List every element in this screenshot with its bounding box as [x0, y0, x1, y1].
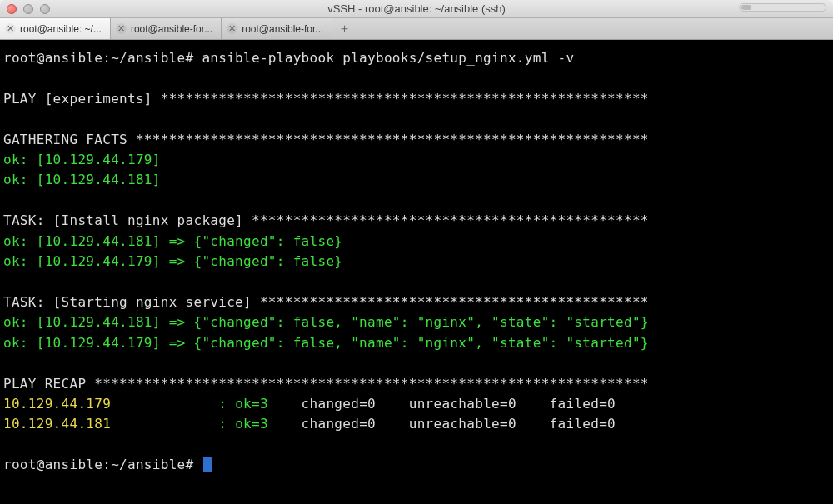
window-title: vSSH - root@ansible: ~/ansible (ssh) [327, 2, 506, 15]
app-window: vSSH - root@ansible: ~/ansible (ssh) ✕ r… [0, 0, 833, 504]
close-icon[interactable] [7, 4, 17, 14]
tab-label: root@ansible-for... [242, 23, 323, 35]
recap-rest: changed=0 unreachable=0 failed=0 [293, 416, 616, 432]
blank-line [3, 109, 830, 129]
terminal-pane[interactable]: root@ansible:~/ansible# ansible-playbook… [0, 40, 833, 504]
maximize-icon[interactable] [40, 4, 50, 14]
task2-result: ok: [10.129.44.179] => {"changed": false… [3, 333, 830, 353]
task2-result: ok: [10.129.44.181] => {"changed": false… [3, 312, 830, 332]
blank-line [3, 191, 830, 211]
task1-header: TASK: [Install nginx package] **********… [3, 211, 830, 231]
facts-header: GATHERING FACTS ************************… [3, 130, 830, 150]
task1-result: ok: [10.129.44.179] => {"changed": false… [3, 252, 830, 272]
prompt-line: root@ansible:~/ansible# ansible-playbook… [3, 48, 830, 68]
titlebar: vSSH - root@ansible: ~/ansible (ssh) [0, 0, 833, 18]
recap-host: 10.129.44.179 [3, 396, 218, 412]
add-tab-button[interactable]: ＋ [332, 18, 356, 39]
recap-host: 10.129.44.181 [3, 416, 218, 432]
traffic-lights [7, 4, 50, 14]
recap-row: 10.129.44.181 : ok=3 changed=0 unreachab… [3, 414, 830, 434]
recap-ok: : ok=3 [218, 396, 292, 412]
minimize-icon[interactable] [23, 4, 33, 14]
prompt-text: root@ansible:~/ansible# [3, 457, 202, 472]
task1-result: ok: [10.129.44.181] => {"changed": false… [3, 232, 830, 252]
facts-host-line: ok: [10.129.44.181] [3, 170, 830, 190]
recap-rest: changed=0 unreachable=0 failed=0 [293, 396, 616, 412]
tab-3[interactable]: ✕ root@ansible-for... [222, 18, 332, 39]
blank-line [3, 435, 830, 455]
tab-label: root@ansible-for... [131, 23, 212, 35]
cursor-icon [203, 457, 212, 472]
blank-line [3, 353, 830, 373]
close-icon[interactable]: ✕ [5, 23, 16, 34]
recap-row: 10.129.44.179 : ok=3 changed=0 unreachab… [3, 394, 830, 414]
task2-header: TASK: [Starting nginx service] *********… [3, 292, 830, 312]
play-header: PLAY [experiments] *********************… [3, 89, 830, 109]
scrollbar-horizontal[interactable] [739, 3, 826, 12]
close-icon[interactable]: ✕ [116, 23, 127, 34]
blank-line [3, 68, 830, 88]
close-icon[interactable]: ✕ [227, 23, 237, 34]
blank-line [3, 272, 830, 292]
facts-host-line: ok: [10.129.44.179] [3, 150, 830, 170]
tab-1[interactable]: ✕ root@ansible: ~/... [0, 18, 111, 39]
tab-bar: ✕ root@ansible: ~/... ✕ root@ansible-for… [0, 18, 833, 40]
scrollbar-thumb[interactable] [741, 5, 751, 10]
tab-2[interactable]: ✕ root@ansible-for... [111, 18, 222, 39]
prompt-end: root@ansible:~/ansible# [3, 455, 830, 475]
recap-header: PLAY RECAP *****************************… [3, 374, 830, 394]
tab-label: root@ansible: ~/... [20, 23, 102, 35]
recap-ok: : ok=3 [218, 416, 292, 432]
